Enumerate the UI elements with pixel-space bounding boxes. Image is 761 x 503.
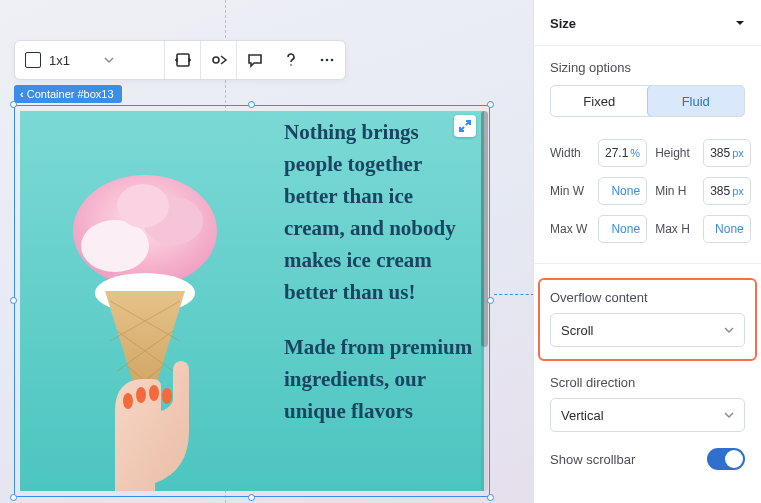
- canvas-area: Container #box13: [14, 84, 490, 497]
- height-label: Height: [655, 146, 695, 160]
- paragraph-1: Nothing brings people together better th…: [284, 117, 474, 308]
- more-icon: [318, 51, 336, 69]
- panel-header[interactable]: Size: [534, 0, 761, 46]
- minh-label: Min H: [655, 184, 695, 198]
- resize-handle[interactable]: [487, 494, 494, 501]
- chevron-down-icon: [724, 323, 734, 338]
- comment-icon: [246, 51, 264, 69]
- svg-point-1: [213, 57, 219, 63]
- overflow-select[interactable]: Scroll: [550, 313, 745, 347]
- show-scrollbar-toggle[interactable]: [707, 448, 745, 470]
- horizontal-guide: [494, 294, 534, 295]
- minh-input[interactable]: 385 px: [703, 177, 751, 205]
- container-text: Nothing brings people together better th…: [280, 111, 484, 491]
- chevron-down-icon: [104, 51, 114, 69]
- svg-point-2: [290, 64, 292, 66]
- width-label: Width: [550, 146, 590, 160]
- minw-input[interactable]: None: [598, 177, 647, 205]
- maxh-label: Max H: [655, 222, 695, 236]
- width-input[interactable]: 27.1 %: [598, 139, 647, 167]
- svg-point-5: [331, 59, 334, 62]
- size-preset-label: 1x1: [49, 53, 70, 68]
- scrolldir-label: Scroll direction: [550, 375, 745, 390]
- layout-width-button[interactable]: [165, 41, 201, 79]
- help-button[interactable]: [273, 41, 309, 79]
- square-icon: [25, 52, 41, 68]
- svg-point-7: [81, 220, 149, 272]
- resize-handle[interactable]: [248, 101, 255, 108]
- size-panel: Size Sizing options Fixed Fluid Width 27…: [533, 0, 761, 503]
- selection-tag[interactable]: Container #box13: [14, 85, 122, 103]
- maxw-input[interactable]: None: [598, 215, 647, 243]
- svg-point-4: [326, 59, 329, 62]
- overflow-label: Overflow content: [550, 290, 745, 305]
- more-button[interactable]: [309, 41, 345, 79]
- chevron-down-icon: [724, 408, 734, 423]
- container-content: Nothing brings people together better th…: [20, 111, 484, 491]
- resize-handle[interactable]: [10, 297, 17, 304]
- maxh-input[interactable]: None: [703, 215, 751, 243]
- align-button[interactable]: [201, 41, 237, 79]
- maxw-label: Max W: [550, 222, 590, 236]
- sizing-segmented-control: Fixed Fluid: [550, 85, 745, 117]
- svg-point-13: [149, 385, 159, 401]
- sizing-options-label: Sizing options: [550, 60, 745, 75]
- svg-rect-0: [177, 54, 189, 66]
- help-icon: [282, 51, 300, 69]
- svg-point-14: [162, 388, 172, 404]
- svg-point-12: [136, 387, 146, 403]
- caret-down-icon: [735, 16, 745, 31]
- align-icon: [210, 51, 228, 69]
- svg-point-9: [117, 184, 169, 228]
- panel-title: Size: [550, 16, 576, 31]
- width-icon: [174, 51, 192, 69]
- resize-handle[interactable]: [248, 494, 255, 501]
- comment-button[interactable]: [237, 41, 273, 79]
- sizing-fluid-option[interactable]: Fluid: [647, 85, 746, 117]
- svg-point-11: [123, 393, 133, 409]
- resize-handle[interactable]: [487, 101, 494, 108]
- selected-container[interactable]: Nothing brings people together better th…: [14, 105, 490, 497]
- expand-button[interactable]: [454, 115, 476, 137]
- show-scrollbar-label: Show scrollbar: [550, 452, 635, 467]
- height-input[interactable]: 385 px: [703, 139, 751, 167]
- overflow-highlight: Overflow content Scroll: [538, 278, 757, 361]
- paragraph-2: Made from premium ingredients, our uniqu…: [284, 332, 474, 428]
- minw-label: Min W: [550, 184, 590, 198]
- overflow-value: Scroll: [561, 323, 594, 338]
- svg-point-3: [321, 59, 324, 62]
- resize-handle[interactable]: [10, 494, 17, 501]
- scrolldir-select[interactable]: Vertical: [550, 398, 745, 432]
- sizing-fixed-option[interactable]: Fixed: [551, 86, 648, 116]
- scrolldir-value: Vertical: [561, 408, 604, 423]
- size-preset-dropdown[interactable]: 1x1: [15, 41, 165, 79]
- ice-cream-image: [20, 111, 280, 491]
- element-toolbar: 1x1: [14, 40, 346, 80]
- resize-handle[interactable]: [487, 297, 494, 304]
